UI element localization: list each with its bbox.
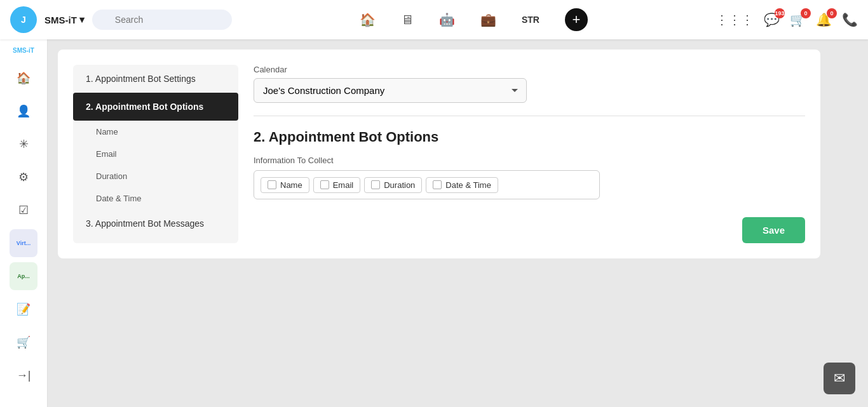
chip-datetime-label: Date & Time: [445, 180, 491, 190]
chip-name-checkbox[interactable]: [268, 180, 276, 189]
sidebar-item-ap[interactable]: Ap...: [0, 262, 47, 290]
sidebar-item-virt[interactable]: Virt...: [0, 229, 47, 257]
add-button[interactable]: +: [565, 8, 588, 31]
sub-item-name-label: Name: [96, 127, 118, 137]
chip-email[interactable]: Email: [313, 177, 361, 193]
chip-duration-label: Duration: [384, 180, 415, 190]
settings-sidebar-icon[interactable]: ⚙: [10, 163, 37, 191]
chat-fab-button[interactable]: ✉: [824, 363, 855, 394]
calendar-section: Calendar Joe's Construction Company: [254, 65, 805, 103]
chip-datetime-checkbox[interactable]: [433, 180, 442, 189]
brand-chevron-icon: ▾: [79, 14, 85, 25]
step-3[interactable]: 3. Appointment Bot Messages: [73, 210, 238, 237]
chat-fab-icon: ✉: [834, 370, 845, 387]
right-panel: Calendar Joe's Construction Company 2. A…: [254, 65, 805, 243]
user-sidebar-icon[interactable]: 👤: [10, 97, 37, 125]
phone-icon[interactable]: 📞: [842, 12, 858, 27]
bot-options-section: 2. Appointment Bot Options Information T…: [254, 129, 805, 199]
chip-duration[interactable]: Duration: [364, 177, 422, 193]
step-2-label: 2. Appointment Bot Options: [86, 102, 203, 112]
chip-datetime[interactable]: Date & Time: [426, 177, 498, 193]
sub-item-datetime-label: Date & Time: [96, 194, 142, 203]
sub-item-datetime[interactable]: Date & Time: [73, 187, 238, 210]
save-button[interactable]: Save: [742, 217, 805, 243]
sub-item-email-label: Email: [96, 149, 117, 159]
home-sidebar-icon[interactable]: 🏠: [10, 64, 37, 92]
bot-options-title: 2. Appointment Bot Options: [254, 129, 805, 145]
sub-item-email[interactable]: Email: [73, 143, 238, 165]
left-sidebar: SMS-iT 🏠 👤 ✳ ⚙ ☑ Virt... Ap... 📝: [0, 39, 48, 407]
virt-icon[interactable]: Virt...: [10, 229, 37, 257]
search-input[interactable]: [92, 10, 232, 30]
divider: [254, 116, 805, 116]
info-collect-label: Information To Collect: [254, 156, 805, 165]
sub-item-duration-label: Duration: [96, 171, 127, 181]
step-1[interactable]: 1. Appointment Bot Settings: [73, 65, 238, 93]
content-card: 1. Appointment Bot Settings 2. Appointme…: [58, 50, 820, 258]
bot-nav-icon[interactable]: 🤖: [439, 12, 455, 27]
logo-avatar: J: [10, 6, 37, 33]
brand-name[interactable]: SMS-iT ▾: [44, 14, 85, 25]
cart-badge: 0: [801, 8, 811, 18]
logo-initials: J: [21, 15, 26, 25]
sidebar-item-tasks[interactable]: ☑: [0, 196, 47, 224]
brand-text: SMS-iT: [44, 15, 77, 25]
sidebar-logo: SMS-iT: [8, 47, 39, 54]
shop-sidebar-icon[interactable]: 🛒: [10, 328, 37, 356]
chip-name-label: Name: [280, 180, 302, 190]
step-3-label: 3. Appointment Bot Messages: [86, 218, 204, 229]
network-sidebar-icon[interactable]: ✳: [10, 130, 37, 158]
sidebar-item-shop[interactable]: 🛒: [0, 328, 47, 356]
sidebar-item-home[interactable]: 🏠: [0, 64, 47, 92]
layout: SMS-iT 🏠 👤 ✳ ⚙ ☑ Virt... Ap... 📝: [0, 39, 868, 407]
two-panel: 1. Appointment Bot Settings 2. Appointme…: [73, 65, 805, 243]
sub-item-duration[interactable]: Duration: [73, 165, 238, 187]
home-nav-icon[interactable]: 🏠: [360, 12, 376, 27]
sidebar-item-notes[interactable]: 📝: [0, 295, 47, 323]
main-content: 1. Appointment Bot Settings 2. Appointme…: [48, 39, 868, 407]
cart-icon[interactable]: 🛒 0: [790, 12, 806, 27]
add-icon: +: [572, 11, 580, 28]
str-label: STR: [522, 15, 539, 25]
notes-sidebar-icon[interactable]: 📝: [10, 295, 37, 323]
sidebar-logo-text: SMS-iT: [13, 47, 34, 54]
ap-icon[interactable]: Ap...: [10, 262, 37, 290]
chip-name[interactable]: Name: [261, 177, 309, 193]
chip-email-checkbox[interactable]: [320, 180, 329, 189]
sidebar-item-settings[interactable]: ⚙: [0, 163, 47, 191]
flag-badge: 0: [827, 8, 837, 18]
monitor-nav-icon[interactable]: 🖥: [401, 13, 414, 27]
exit-sidebar-icon[interactable]: →|: [10, 361, 37, 389]
chip-duration-checkbox[interactable]: [371, 180, 380, 189]
nav-center: 🏠 🖥 🤖 💼 STR +: [240, 8, 708, 31]
sidebar-item-exit[interactable]: →|: [0, 361, 47, 389]
step-2[interactable]: 2. Appointment Bot Options: [73, 93, 238, 121]
grid-icon[interactable]: ⋮⋮⋮: [715, 12, 754, 27]
chips-container: Name Email Duration: [254, 170, 600, 199]
calendar-select[interactable]: Joe's Construction Company: [254, 78, 527, 103]
tasks-sidebar-icon[interactable]: ☑: [10, 196, 37, 224]
messages-badge: 193: [775, 8, 785, 18]
chip-email-label: Email: [333, 180, 354, 190]
calendar-label: Calendar: [254, 65, 805, 74]
top-navigation: J SMS-iT ▾ 🔍 🏠 🖥 🤖 💼 STR + ⋮⋮⋮ 💬 193 🛒 0…: [0, 0, 868, 39]
sidebar-item-network[interactable]: ✳: [0, 130, 47, 158]
search-wrapper: 🔍: [92, 10, 232, 30]
flag-icon[interactable]: 🔔 0: [816, 12, 832, 27]
nav-right: ⋮⋮⋮ 💬 193 🛒 0 🔔 0 📞: [715, 12, 858, 27]
messages-icon[interactable]: 💬 193: [764, 12, 780, 27]
steps-sidebar: 1. Appointment Bot Settings 2. Appointme…: [73, 65, 238, 243]
sub-item-name[interactable]: Name: [73, 121, 238, 143]
sidebar-item-user[interactable]: 👤: [0, 97, 47, 125]
briefcase-nav-icon[interactable]: 💼: [480, 12, 496, 27]
step-1-label: 1. Appointment Bot Settings: [86, 74, 196, 84]
